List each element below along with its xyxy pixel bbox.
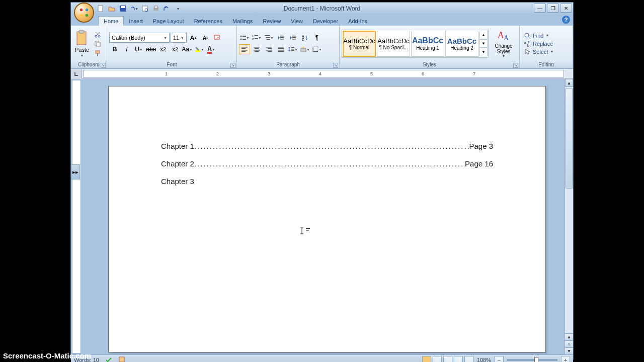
print-icon[interactable]: [151, 4, 160, 13]
font-color-button[interactable]: A▼: [206, 44, 217, 54]
qat-customize-icon[interactable]: ▼: [174, 4, 183, 13]
zoom-slider-thumb[interactable]: [534, 357, 538, 362]
tab-view[interactable]: View: [286, 17, 308, 26]
decrease-indent-button[interactable]: [275, 33, 286, 43]
clipboard-launcher[interactable]: ↘: [101, 63, 106, 68]
tab-references[interactable]: References: [189, 17, 227, 26]
tab-page-layout[interactable]: Page Layout: [148, 17, 189, 26]
grow-font-icon[interactable]: A▴: [188, 33, 199, 43]
bullets-button[interactable]: ▼: [239, 33, 250, 43]
macro-icon[interactable]: [118, 356, 125, 362]
open-icon[interactable]: [107, 4, 116, 13]
outline-view[interactable]: [454, 356, 463, 362]
redo-icon[interactable]: [163, 4, 172, 13]
close-button[interactable]: ✕: [560, 4, 572, 13]
print-layout-view[interactable]: [422, 356, 431, 362]
zoom-in-button[interactable]: +: [561, 356, 570, 362]
style-no-spacing[interactable]: AaBbCcDc¶ No Spaci...: [377, 31, 410, 57]
format-painter-icon[interactable]: [93, 49, 103, 58]
tab-mailings[interactable]: Mailings: [227, 17, 258, 26]
document-scroll[interactable]: Chapter 1 ..............................…: [82, 79, 565, 354]
style-heading-1[interactable]: AaBbCcHeading 1: [411, 31, 444, 57]
sort-button[interactable]: AZ: [299, 33, 310, 43]
paste-button[interactable]: Paste ▼: [73, 29, 91, 58]
scroll-up-button[interactable]: ▲: [565, 79, 573, 87]
bold-button[interactable]: B: [109, 44, 120, 54]
select-button[interactable]: Select▼: [524, 48, 554, 55]
zoom-out-button[interactable]: −: [495, 356, 504, 362]
copy-icon[interactable]: [93, 39, 103, 48]
vertical-ruler[interactable]: [72, 80, 81, 353]
save-icon[interactable]: [118, 4, 127, 13]
browse-object-button[interactable]: ○: [565, 340, 573, 347]
style-expand[interactable]: ▼: [479, 48, 488, 56]
highlight-button[interactable]: ▼: [194, 44, 205, 54]
full-screen-view[interactable]: [433, 356, 442, 362]
line-spacing-button[interactable]: ▼: [287, 44, 298, 54]
page[interactable]: Chapter 1 ..............................…: [108, 86, 546, 352]
styles-launcher[interactable]: ↘: [513, 63, 518, 68]
clear-format-icon[interactable]: [212, 33, 223, 43]
strikethrough-button[interactable]: abc: [145, 44, 156, 54]
svg-rect-52: [278, 47, 284, 48]
undo-icon[interactable]: ▼: [129, 4, 138, 13]
next-page-button[interactable]: ▼: [565, 347, 573, 354]
maximize-button[interactable]: ❐: [547, 4, 559, 13]
underline-button[interactable]: U▼: [133, 44, 144, 54]
numbering-button[interactable]: 12▼: [251, 33, 262, 43]
tab-addins[interactable]: Add-Ins: [343, 17, 372, 26]
web-layout-view[interactable]: [443, 356, 452, 362]
style-normal[interactable]: AaBbCcDc¶ Normal: [343, 31, 376, 57]
find-button[interactable]: Find▼: [524, 32, 554, 39]
navigation-handle[interactable]: ▸▸: [71, 164, 80, 179]
tab-insert[interactable]: Insert: [124, 17, 148, 26]
draft-view[interactable]: [464, 356, 473, 362]
svg-rect-22: [243, 36, 246, 37]
tab-developer[interactable]: Developer: [308, 17, 343, 26]
show-marks-button[interactable]: ¶: [311, 33, 323, 43]
font-launcher[interactable]: ↘: [230, 63, 235, 68]
style-scroll-up[interactable]: ▲: [479, 31, 488, 39]
justify-button[interactable]: [275, 44, 286, 54]
shrink-font-icon[interactable]: A▾: [200, 33, 211, 43]
font-name-combo[interactable]: Calibri (Body)▼: [109, 33, 170, 43]
help-icon[interactable]: ?: [562, 16, 570, 24]
toc-leader: ........................................…: [194, 142, 469, 150]
horizontal-ruler[interactable]: 1 2 3 4 5 6 7: [83, 70, 564, 77]
superscript-button[interactable]: x2: [170, 44, 181, 54]
tab-selector[interactable]: [71, 69, 82, 79]
multilevel-button[interactable]: ▼: [263, 33, 274, 43]
svg-rect-41: [242, 48, 246, 49]
increase-indent-button[interactable]: [287, 33, 298, 43]
cut-icon[interactable]: [93, 30, 103, 39]
tab-home[interactable]: Home: [98, 16, 124, 26]
align-right-button[interactable]: [263, 44, 274, 54]
style-heading-2[interactable]: AaBbCcHeading 2: [445, 31, 478, 57]
svg-rect-55: [278, 51, 284, 52]
change-case-button[interactable]: Aa▼: [182, 44, 193, 54]
shading-button[interactable]: ▼: [299, 44, 310, 54]
prev-page-button[interactable]: ▲: [565, 333, 573, 340]
tab-review[interactable]: Review: [258, 17, 286, 26]
office-button[interactable]: [74, 3, 94, 23]
italic-button[interactable]: I: [121, 44, 132, 54]
paragraph-launcher[interactable]: ↘: [333, 63, 338, 68]
zoom-level[interactable]: 108%: [477, 357, 491, 362]
align-left-button[interactable]: [239, 44, 250, 54]
watermark: Screencast-O-Matic.com: [3, 351, 91, 360]
change-styles-button[interactable]: AA Change Styles ▼: [490, 28, 517, 59]
subscript-button[interactable]: x2: [157, 44, 169, 54]
new-icon[interactable]: [96, 4, 105, 13]
borders-button[interactable]: ▼: [311, 44, 323, 54]
zoom-slider[interactable]: [507, 359, 557, 361]
vertical-scrollbar[interactable]: ▲ ▲ ○ ▼: [565, 79, 573, 354]
minimize-button[interactable]: —: [534, 4, 546, 13]
svg-rect-44: [254, 47, 260, 48]
scroll-thumb[interactable]: [566, 88, 573, 189]
style-scroll-down[interactable]: ▼: [479, 39, 488, 48]
spell-check-icon[interactable]: [105, 356, 112, 362]
replace-button[interactable]: abReplace: [524, 40, 554, 47]
font-size-combo[interactable]: 11▼: [171, 33, 187, 43]
align-center-button[interactable]: [251, 44, 262, 54]
print-preview-icon[interactable]: [140, 4, 149, 13]
